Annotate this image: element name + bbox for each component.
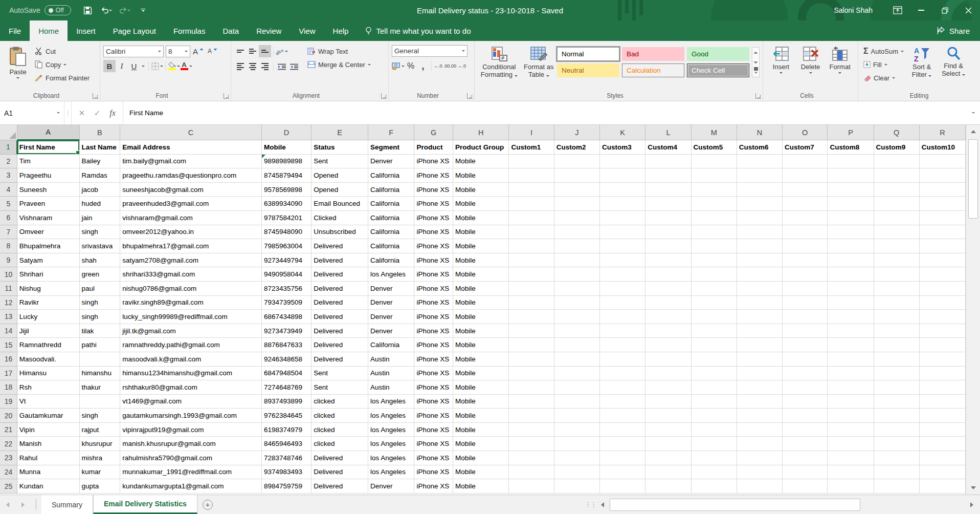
cell-O16[interactable] [783, 352, 828, 367]
cell-E13[interactable]: Delivered [311, 310, 368, 324]
cell-H6[interactable]: Mobile [453, 211, 509, 225]
cell-R10[interactable] [920, 267, 966, 282]
cell-H9[interactable]: Mobile [453, 253, 509, 268]
minimize-button[interactable] [909, 0, 933, 20]
select-all-corner[interactable] [0, 125, 17, 140]
enter-formula-icon[interactable]: ✓ [90, 106, 104, 120]
column-header-E[interactable]: E [311, 125, 368, 140]
cell-M14[interactable] [692, 324, 737, 338]
cell-H13[interactable]: Mobile [453, 310, 509, 324]
cell-Q13[interactable] [874, 310, 920, 324]
cell-J5[interactable] [554, 197, 600, 211]
cell-F18[interactable]: Austin [368, 380, 414, 395]
column-header-K[interactable]: K [600, 125, 645, 140]
cell-F15[interactable]: California [368, 338, 414, 352]
cell-A14[interactable]: Jijil [17, 324, 80, 338]
row-header-8[interactable]: 8 [0, 239, 17, 253]
cell-I18[interactable] [509, 380, 554, 395]
cell-I4[interactable] [509, 183, 554, 197]
cell-R25[interactable] [920, 479, 966, 494]
cell-O5[interactable] [783, 197, 828, 211]
tab-file[interactable]: File [0, 20, 30, 41]
cell-O19[interactable] [783, 395, 828, 409]
cell-I24[interactable] [509, 465, 554, 480]
format-as-table-button[interactable]: Format asTable [521, 43, 558, 90]
cell-J13[interactable] [554, 310, 600, 324]
cell-K24[interactable] [600, 465, 645, 480]
style-calculation[interactable]: Calculation [622, 63, 684, 77]
cell-M8[interactable] [692, 239, 737, 253]
cell-B11[interactable]: paul [80, 282, 121, 296]
cell-L14[interactable] [645, 324, 691, 338]
column-header-L[interactable]: L [645, 125, 691, 140]
cell-O12[interactable] [783, 296, 828, 310]
cell-H8[interactable]: Mobile [453, 239, 509, 253]
cell-E5[interactable]: Email Bounced [311, 197, 368, 211]
cell-K19[interactable] [600, 395, 645, 409]
sort-filter-button[interactable]: AZ Sort &Filter [906, 43, 938, 90]
cell-K9[interactable] [600, 253, 645, 268]
cell-K5[interactable] [600, 197, 645, 211]
cell-Q7[interactable] [874, 225, 920, 240]
cell-H7[interactable]: Mobile [453, 225, 509, 240]
cell-P5[interactable] [828, 197, 874, 211]
cell-B9[interactable]: shah [80, 253, 121, 268]
cell-C12[interactable]: ravikr.singh89@gmail.com [120, 296, 262, 310]
cell-O14[interactable] [783, 324, 828, 338]
find-select-button[interactable]: Find &Select [938, 43, 969, 90]
cell-D18[interactable]: 7274648769 [262, 380, 311, 395]
cell-J19[interactable] [554, 395, 600, 409]
cell-E7[interactable]: Unsubscribed [311, 225, 368, 240]
cell-R3[interactable] [920, 168, 966, 183]
styles-gallery-scrollbar[interactable] [752, 47, 760, 77]
cell-N8[interactable] [737, 239, 783, 253]
cell-M17[interactable] [692, 367, 737, 381]
cell-R21[interactable] [920, 423, 966, 437]
cell-M2[interactable] [692, 155, 737, 169]
copy-button[interactable]: Copy [33, 58, 92, 71]
cell-N9[interactable] [737, 253, 783, 268]
underline-dropdown[interactable] [142, 66, 145, 67]
cell-H2[interactable]: Mobile [453, 155, 509, 169]
merge-center-button[interactable]: Merge & Center [305, 58, 373, 71]
cell-G24[interactable]: iPhone XS [414, 465, 453, 480]
cell-Q3[interactable] [874, 168, 920, 183]
scroll-right-icon[interactable] [966, 502, 978, 507]
cell-D23[interactable]: 7283748746 [262, 451, 311, 465]
paste-button[interactable]: Paste [3, 43, 33, 90]
vertical-scrollbar[interactable] [966, 125, 980, 495]
cell-A17[interactable]: Himansu [17, 367, 80, 381]
cell-G2[interactable]: iPhone XS [414, 155, 453, 169]
cell-Q18[interactable] [874, 380, 920, 395]
cell-H1[interactable]: Product Group [453, 140, 509, 155]
cell-J16[interactable] [554, 352, 600, 367]
cell-A25[interactable]: Kundan [17, 479, 80, 494]
cell-Q23[interactable] [874, 451, 920, 465]
cell-G11[interactable]: iPhone XS [414, 282, 453, 296]
cell-E1[interactable]: Status [311, 140, 368, 155]
cell-O1[interactable]: Custom7 [783, 140, 828, 155]
cell-R13[interactable] [920, 310, 966, 324]
cell-G17[interactable]: iPhone XS [414, 367, 453, 381]
customize-qat-icon[interactable] [138, 5, 149, 16]
cell-K17[interactable] [600, 367, 645, 381]
cell-H22[interactable]: Mobile [453, 437, 509, 451]
cell-C24[interactable]: munnakumar_1991@rediffmail.com [120, 465, 262, 480]
formula-bar-splitter[interactable]: ⋮ [64, 101, 72, 124]
clipboard-dialog-launcher[interactable] [93, 93, 98, 99]
cell-K12[interactable] [600, 296, 645, 310]
cell-N24[interactable] [737, 465, 783, 480]
row-header-14[interactable]: 14 [0, 324, 17, 338]
cell-J15[interactable] [554, 338, 600, 352]
cell-R8[interactable] [920, 239, 966, 253]
cell-D19[interactable]: 8937493899 [262, 395, 311, 409]
cell-N14[interactable] [737, 324, 783, 338]
cell-Q12[interactable] [874, 296, 920, 310]
cell-P18[interactable] [828, 380, 874, 395]
cell-O6[interactable] [783, 211, 828, 225]
cell-A12[interactable]: Ravikr [17, 296, 80, 310]
cell-F17[interactable]: Austin [368, 367, 414, 381]
cell-D1[interactable]: Mobile [262, 140, 311, 155]
tab-page-layout[interactable]: Page Layout [104, 20, 165, 41]
cell-A23[interactable]: Rahul [17, 451, 80, 465]
